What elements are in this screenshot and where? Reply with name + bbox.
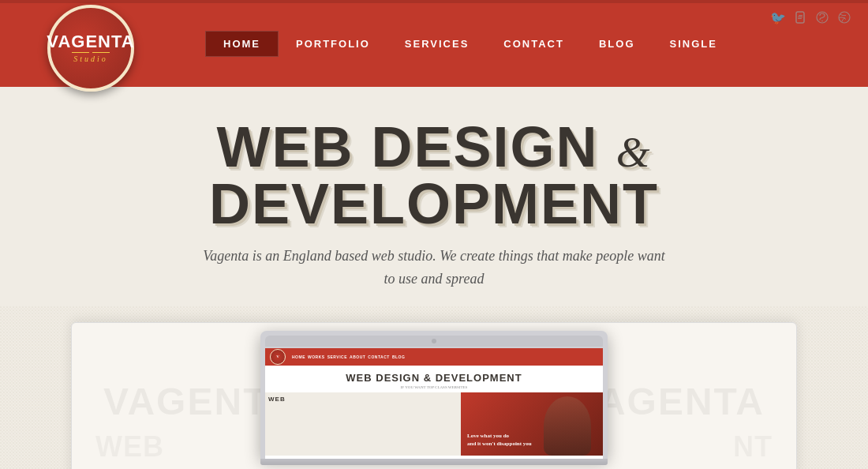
- header: 🐦 VAGENTA: [0, 0, 868, 87]
- logo-studio: Studio: [73, 54, 108, 63]
- mini-content-right: Love what you do and it won't disappoint…: [461, 392, 603, 456]
- mini-nav-service: SERVICE: [327, 355, 347, 359]
- laptop-base: [260, 459, 608, 465]
- mini-nav-about: ABOUT: [350, 355, 365, 359]
- skype-icon[interactable]: [814, 9, 830, 25]
- logo-name: VAGENTA: [47, 33, 134, 51]
- mini-nav-home: HOME: [292, 355, 305, 359]
- mini-website-header: V HOME WORKS SERVICE ABOUT CONTACT BLOG: [265, 348, 603, 366]
- laptop-screen: V HOME WORKS SERVICE ABOUT CONTACT BLOG …: [265, 348, 603, 459]
- mini-nav: HOME WORKS SERVICE ABOUT CONTACT BLOG: [292, 355, 405, 359]
- svg-rect-2: [798, 17, 803, 17]
- mini-logo: V: [270, 349, 286, 365]
- mini-content-area: WEB Love what you do and it won't disapp…: [265, 392, 603, 456]
- svg-rect-3: [798, 18, 802, 19]
- social-icons-bar: 🐦: [770, 9, 852, 25]
- bg-text-left: WEB: [95, 430, 164, 463]
- hero-subtitle: Vagenta is an England based web studio. …: [197, 245, 671, 291]
- twitter-icon[interactable]: 🐦: [770, 9, 786, 25]
- laptop-top-bar: [265, 336, 603, 347]
- mini-hero-title: WEB DESIGN & DEVELOPMENT: [265, 366, 603, 385]
- mini-nav-works: WORKS: [308, 355, 325, 359]
- logo-divider: [72, 52, 110, 53]
- main-nav: HOME PORTFOLIO SERVICES CONTACT BLOG SIN…: [205, 0, 735, 87]
- logo[interactable]: VAGENTA Studio: [47, 5, 134, 92]
- facebook-icon[interactable]: [792, 9, 808, 25]
- preview-section: VAGENTA VAGENTA WEB NT V HOME WORKS SERV…: [71, 322, 797, 469]
- laptop-camera: [432, 339, 436, 343]
- svg-point-4: [821, 21, 823, 22]
- svg-rect-1: [799, 15, 803, 16]
- bg-text-right: NT: [733, 430, 773, 463]
- laptop-frame: V HOME WORKS SERVICE ABOUT CONTACT BLOG …: [260, 331, 608, 465]
- mini-person: [544, 396, 591, 456]
- hero-title-line1: WEB DESIGN: [217, 115, 599, 178]
- mini-nav-blog: BLOG: [392, 355, 405, 359]
- dribbble-icon[interactable]: [836, 9, 852, 25]
- nav-item-single[interactable]: SINGLE: [653, 32, 735, 56]
- hero-title-line2: DEVELOPMENT: [209, 172, 659, 235]
- hero-title: WEB DESIGN & DEVELOPMENT: [16, 118, 852, 232]
- nav-item-contact[interactable]: CONTACT: [486, 32, 582, 56]
- mini-image-text-line2: and it won't disappoint you: [467, 441, 532, 448]
- mini-image-text: Love what you do and it won't disappoint…: [467, 433, 532, 447]
- nav-item-services[interactable]: SERVICES: [387, 32, 487, 56]
- laptop-screen-frame: V HOME WORKS SERVICE ABOUT CONTACT BLOG …: [260, 331, 608, 459]
- laptop-container: VAGENTA VAGENTA WEB NT V HOME WORKS SERV…: [72, 323, 796, 469]
- mini-image-text-line1: Love what you do: [467, 433, 532, 440]
- nav-item-portfolio[interactable]: PORTFOLIO: [279, 32, 387, 56]
- hero-ampersand: &: [616, 128, 652, 176]
- hero-section: WEB DESIGN & DEVELOPMENT Vagenta is an E…: [0, 87, 868, 306]
- mini-nav-contact: CONTACT: [368, 355, 390, 359]
- nav-item-home[interactable]: HOME: [205, 31, 279, 57]
- mini-hero-sub: IF YOU WANT TOP CLASS WEBSITES: [265, 385, 603, 389]
- mini-content-left: WEB: [265, 392, 461, 456]
- nav-item-blog[interactable]: BLOG: [582, 32, 653, 56]
